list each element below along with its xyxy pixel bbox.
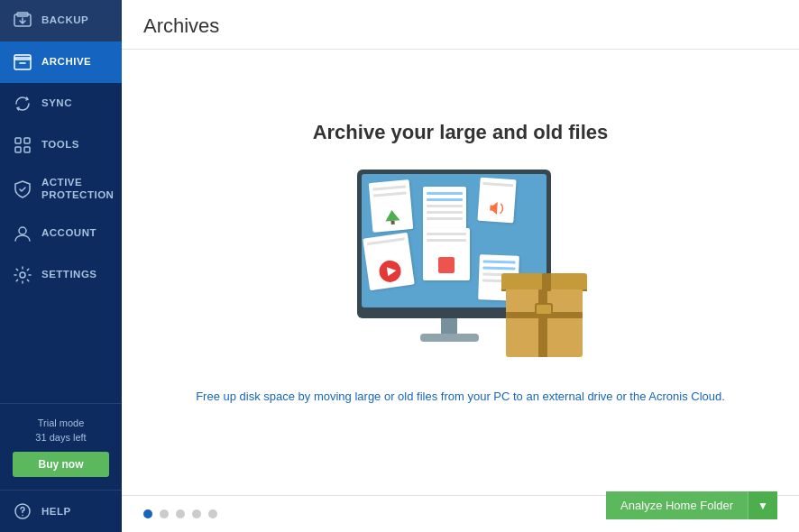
main-content: Archive your large and old files [122, 50, 799, 495]
pagination-dot-3[interactable] [176, 509, 185, 518]
sidebar-item-account-label: ACCOUNT [41, 227, 96, 240]
sidebar-bottom: Trial mode 31 days left Buy now [0, 403, 122, 490]
sidebar-item-sync[interactable]: SYNC [0, 83, 122, 124]
pagination-dots [143, 509, 217, 518]
main-area: Archives Archive your large and old file… [122, 0, 799, 532]
settings-icon [13, 265, 32, 285]
page-header: Archives [122, 0, 799, 50]
sidebar-item-archive-label: ARCHIVE [41, 56, 91, 69]
sidebar-item-help[interactable]: HELP [0, 490, 122, 532]
page-title: Archives [143, 14, 777, 38]
sidebar-item-tools-label: TOOLS [41, 139, 79, 151]
tools-icon [13, 135, 32, 155]
backup-icon [13, 11, 32, 31]
svg-point-8 [19, 227, 26, 234]
sidebar-item-settings[interactable]: SETTINGS [0, 254, 122, 296]
sidebar: BACKUP ARCHIVE SYNC [0, 0, 122, 532]
archive-description: Free up disk space by moving large or ol… [196, 388, 725, 407]
sidebar-item-backup[interactable]: BACKUP [0, 0, 122, 41]
buy-now-button[interactable]: Buy now [13, 452, 109, 477]
trial-info: Trial mode 31 days left [13, 417, 109, 445]
svg-point-9 [20, 272, 25, 278]
shield-icon [13, 179, 32, 199]
svg-rect-6 [15, 147, 21, 152]
sidebar-item-account[interactable]: ACCOUNT [0, 213, 122, 254]
pagination-dot-5[interactable] [208, 509, 217, 518]
archive-illustration [335, 170, 587, 368]
account-icon [13, 224, 32, 243]
pagination-dot-2[interactable] [160, 509, 169, 518]
sidebar-item-backup-label: BACKUP [41, 14, 88, 27]
archive-icon [13, 52, 32, 72]
svg-rect-4 [15, 138, 21, 143]
sidebar-item-active-protection[interactable]: ACTIVE PROTECTION [0, 166, 122, 213]
sidebar-item-archive[interactable]: ARCHIVE [0, 41, 122, 83]
pagination-dot-4[interactable] [192, 509, 201, 518]
sidebar-item-settings-label: SETTINGS [41, 269, 97, 281]
help-label: HELP [41, 506, 71, 517]
analyze-dropdown-button[interactable]: ▼ [748, 491, 777, 519]
pagination-dot-1[interactable] [143, 509, 152, 518]
sidebar-item-sync-label: SYNC [41, 97, 72, 110]
help-icon [13, 501, 32, 521]
archive-feature-title: Archive your large and old files [313, 121, 609, 144]
chevron-down-icon: ▼ [758, 500, 768, 512]
analyze-home-folder-button[interactable]: Analyze Home Folder [606, 491, 748, 519]
sidebar-item-tools[interactable]: TOOLS [0, 124, 122, 166]
sync-icon [13, 94, 32, 114]
svg-marker-12 [383, 209, 399, 221]
sidebar-item-active-protection-label: ACTIVE PROTECTION [41, 177, 114, 202]
analyze-btn-group: Analyze Home Folder ▼ [606, 491, 777, 519]
svg-rect-7 [24, 147, 30, 152]
main-footer: Next › Analyze Home Folder ▼ [122, 495, 799, 532]
svg-point-11 [22, 515, 23, 517]
svg-rect-5 [24, 138, 30, 143]
